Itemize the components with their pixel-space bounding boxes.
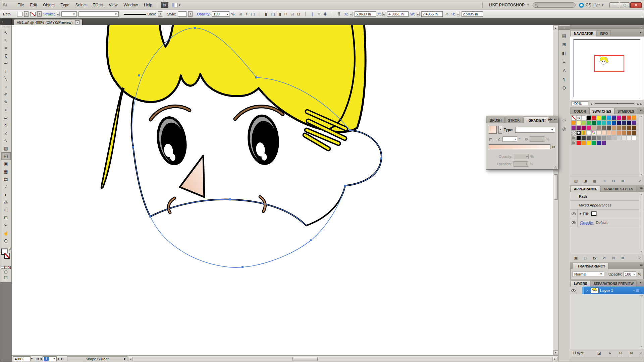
scroll-down-icon[interactable]: ▼	[640, 251, 642, 253]
scroll-down-icon[interactable]: ▼	[640, 346, 642, 348]
swatch[interactable]	[596, 125, 601, 130]
panel-menu-icon[interactable]: ▾≡	[640, 109, 642, 112]
tab-navigator[interactable]: NAVIGATOR	[571, 30, 596, 37]
tab-layers[interactable]: LAYERS	[571, 280, 590, 287]
swatch[interactable]	[596, 130, 601, 135]
swatch[interactable]	[622, 130, 626, 135]
constrain-proportions-icon[interactable]: ∞	[444, 11, 450, 17]
tab-separations-preview[interactable]: SEPARATIONS PREVIEW	[591, 280, 637, 287]
layer-lock-toggle[interactable]	[577, 287, 582, 294]
dock-expand-button[interactable]: »	[558, 26, 570, 30]
artboards-panel-icon[interactable]: ▤	[560, 32, 569, 39]
panel-resize-grip[interactable]	[554, 166, 557, 169]
hand-tool[interactable]: ☝	[1, 229, 11, 237]
width-profile-dropdown[interactable]: ▾	[158, 11, 162, 17]
blob-brush-tool[interactable]: ◖	[1, 106, 11, 114]
panel-menu-icon[interactable]: ▾≡	[640, 31, 642, 34]
cs-live-button[interactable]: CS Live ▼	[579, 3, 604, 8]
scroll-down-icon[interactable]: ▼	[553, 350, 558, 355]
paintbrush-tool[interactable]: ✐	[1, 90, 11, 98]
scroll-up-icon[interactable]: ▲	[553, 25, 558, 30]
tab-info[interactable]: INFO	[597, 30, 611, 37]
canvas-artwork[interactable]	[12, 25, 553, 355]
slice-tool[interactable]: ✂	[1, 222, 11, 229]
hair-sideburn[interactable]	[101, 88, 124, 188]
swatch[interactable]	[596, 115, 601, 120]
navigator-proxy-rect[interactable]	[594, 55, 624, 72]
character-panel-icon[interactable]: A	[560, 67, 569, 74]
links-panel-icon[interactable]: ∞	[560, 116, 569, 124]
stroke-weight-link[interactable]: Stroke:	[43, 12, 55, 16]
status-menu-icon[interactable]: ▶	[124, 357, 126, 360]
zoom-level-dropdown[interactable]: 400% ▼	[13, 356, 33, 361]
panel-menu-icon[interactable]: ▾≡	[640, 263, 642, 267]
stroke-weight-field[interactable]: ▼	[61, 11, 77, 17]
swatch[interactable]	[571, 120, 576, 125]
ear-shape[interactable]	[345, 130, 381, 186]
mesh-tool[interactable]: ▦	[1, 168, 11, 175]
shape-builder-tool[interactable]: ◱	[1, 152, 11, 160]
swatch[interactable]	[616, 115, 621, 120]
new-color-group-icon[interactable]: ⊞	[601, 178, 607, 184]
menu-edit[interactable]: Edit	[27, 2, 40, 8]
layer-row[interactable]: ▷ Layer 1 ○	[570, 287, 644, 294]
tab-stroke[interactable]: STROK	[505, 117, 523, 123]
swatch[interactable]	[632, 130, 636, 135]
swatch[interactable]	[581, 115, 586, 120]
align-panel-icon[interactable]: ≡	[560, 58, 569, 65]
slider-thumb-icon[interactable]: ▲	[616, 102, 619, 104]
swatch[interactable]	[627, 115, 631, 120]
menu-view[interactable]: View	[106, 2, 121, 8]
distribute-left-icon[interactable]: ∥	[310, 11, 315, 17]
panel-menu-icon[interactable]: ▾≡	[640, 281, 642, 284]
transform-grid-icon[interactable]: ⣿	[336, 11, 341, 17]
gradient-tool[interactable]: ▤	[1, 175, 11, 183]
swatch[interactable]	[601, 120, 606, 125]
swatch[interactable]	[581, 135, 586, 140]
swap-fill-stroke-icon[interactable]: ⇄	[9, 248, 11, 251]
none-button[interactable]	[8, 266, 11, 269]
close-button[interactable]: ✕	[630, 2, 642, 8]
swatch[interactable]	[586, 125, 591, 130]
swatch[interactable]	[581, 140, 586, 145]
scale-tool[interactable]: ⊿	[1, 129, 11, 137]
workspace-switcher-button[interactable]: ▼	[172, 3, 181, 7]
swatch[interactable]	[627, 130, 631, 135]
registration-swatch[interactable]: ⊕	[576, 115, 581, 120]
panel-menu-icon[interactable]: ▾≡	[640, 186, 642, 190]
new-layer-icon[interactable]: ⊡	[618, 351, 624, 356]
w-label[interactable]: W:	[410, 12, 415, 16]
transform-reference-icon[interactable]: ⊞	[237, 11, 243, 17]
x-stepper[interactable]: ▴▾	[350, 12, 353, 16]
tab-swatches[interactable]: SWATCHES	[589, 108, 614, 114]
delete-swatch-icon[interactable]: ⊠	[620, 178, 626, 184]
brush-definition-field[interactable]: ▼	[78, 11, 119, 17]
swatch[interactable]	[627, 135, 631, 140]
swatch[interactable]	[576, 120, 581, 125]
duplicate-item-icon[interactable]: ⊞	[610, 255, 616, 261]
tab-color[interactable]: COLOR	[571, 108, 589, 114]
toolbar-grip[interactable]	[2, 26, 10, 28]
tab-graphic-styles[interactable]: GRAPHIC STYLES	[601, 186, 636, 192]
layer-name[interactable]: Layer 1	[600, 289, 633, 293]
drawing-mode-button[interactable]: ▢	[2, 269, 10, 275]
scroll-up-icon[interactable]: ▲	[640, 115, 642, 117]
direct-selection-tool[interactable]: ↖	[1, 37, 11, 44]
swatch[interactable]	[586, 115, 591, 120]
line-segment-tool[interactable]: ╲	[1, 75, 11, 83]
swatch[interactable]	[576, 140, 581, 145]
bridge-button[interactable]: Br	[161, 2, 168, 8]
new-fill-icon[interactable]: □	[582, 255, 588, 261]
menu-window[interactable]: Window	[120, 2, 141, 8]
select-similar-menu-icon[interactable]: ▢	[250, 11, 256, 17]
scroll-up-icon[interactable]: ▲	[640, 193, 642, 195]
align-top-icon[interactable]: ⊓	[283, 11, 288, 17]
restore-button[interactable]: ▢	[620, 2, 630, 8]
swatch[interactable]	[581, 125, 586, 130]
horizontal-scroll-thumb[interactable]	[292, 357, 318, 361]
gradient-opacity-field[interactable]: ▸	[514, 154, 529, 159]
swatch[interactable]	[571, 125, 576, 130]
swatch[interactable]	[622, 115, 626, 120]
swatch[interactable]	[601, 115, 606, 120]
delete-layer-icon[interactable]: ⊠	[628, 351, 634, 356]
